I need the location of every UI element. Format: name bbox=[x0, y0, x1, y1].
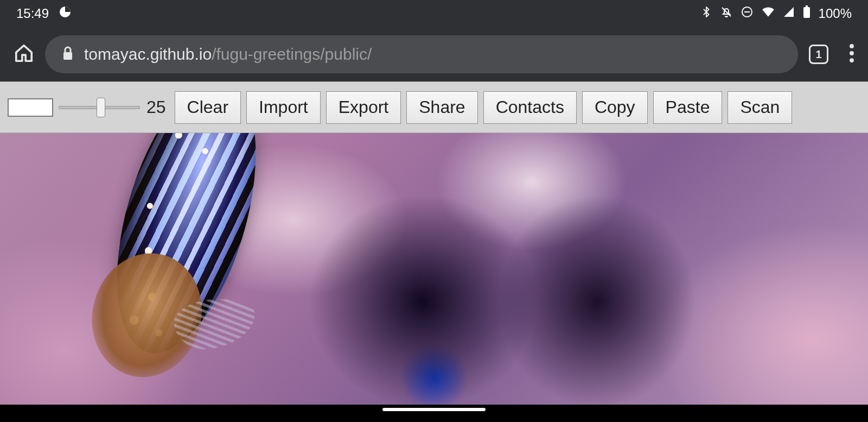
brush-size-value: 25 bbox=[146, 97, 166, 117]
svg-point-9 bbox=[850, 58, 854, 62]
mute-notifications-icon bbox=[720, 5, 733, 22]
svg-point-8 bbox=[850, 51, 854, 55]
battery-icon bbox=[802, 5, 811, 22]
copy-button[interactable]: Copy bbox=[582, 91, 648, 124]
data-saver-icon bbox=[59, 5, 72, 22]
chrome-menu-icon[interactable] bbox=[849, 44, 854, 65]
svg-rect-6 bbox=[63, 52, 72, 60]
url-path: /fugu-greetings/public/ bbox=[212, 45, 372, 63]
svg-point-7 bbox=[850, 44, 854, 48]
export-button[interactable]: Export bbox=[326, 91, 401, 124]
tab-count-value: 1 bbox=[815, 48, 821, 61]
canvas-image-fish bbox=[44, 133, 330, 405]
wifi-icon bbox=[761, 6, 775, 21]
battery-percentage: 100% bbox=[819, 6, 852, 21]
home-icon[interactable] bbox=[14, 43, 34, 66]
dnd-icon bbox=[741, 5, 754, 22]
cellular-signal-icon bbox=[783, 6, 795, 21]
lock-icon bbox=[61, 46, 74, 63]
url-domain: tomayac.github.io bbox=[84, 45, 212, 63]
android-nav-area bbox=[0, 405, 868, 422]
paste-button[interactable]: Paste bbox=[653, 91, 723, 124]
slider-thumb[interactable] bbox=[97, 98, 105, 117]
bluetooth-icon bbox=[700, 6, 712, 21]
app-toolbar: 25 Clear Import Export Share Contacts Co… bbox=[0, 81, 868, 133]
import-button[interactable]: Import bbox=[246, 91, 321, 124]
color-swatch[interactable] bbox=[8, 98, 53, 117]
share-button[interactable]: Share bbox=[406, 91, 477, 124]
tabs-button[interactable]: 1 bbox=[809, 45, 828, 64]
svg-rect-4 bbox=[806, 5, 808, 7]
omnibox[interactable]: tomayac.github.io/fugu-greetings/public/ bbox=[45, 35, 798, 73]
android-status-bar: 15:49 100% bbox=[0, 0, 868, 27]
clear-button[interactable]: Clear bbox=[175, 91, 241, 124]
canvas-area[interactable] bbox=[0, 133, 868, 405]
gesture-bar[interactable] bbox=[382, 408, 486, 411]
svg-rect-5 bbox=[803, 7, 810, 18]
chrome-toolbar: tomayac.github.io/fugu-greetings/public/… bbox=[0, 27, 868, 81]
scan-button[interactable]: Scan bbox=[727, 91, 792, 124]
url-text: tomayac.github.io/fugu-greetings/public/ bbox=[84, 45, 372, 64]
status-time: 15:49 bbox=[16, 6, 49, 21]
contacts-button[interactable]: Contacts bbox=[483, 91, 577, 124]
brush-size-slider[interactable] bbox=[59, 99, 140, 116]
